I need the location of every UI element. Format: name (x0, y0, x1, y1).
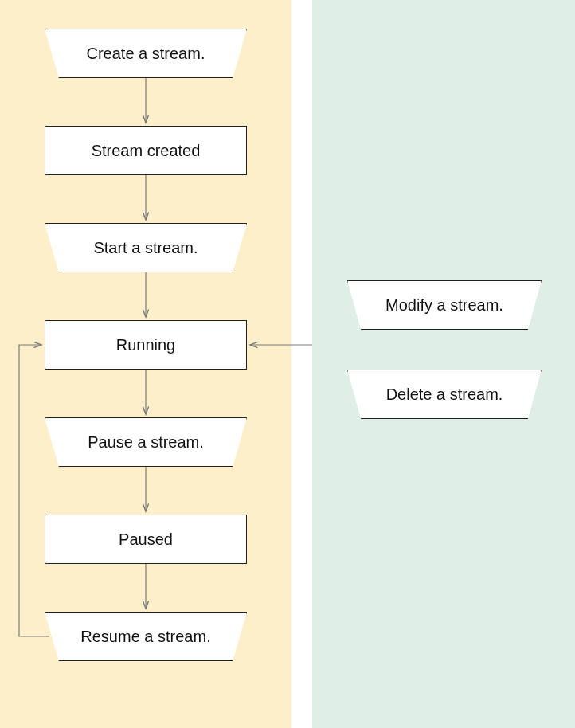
node-label: Modify a stream. (385, 296, 503, 315)
node-label: Create a stream. (87, 44, 205, 64)
node-running: Running (45, 320, 247, 370)
node-paused: Paused (45, 515, 247, 564)
node-label: Paused (119, 530, 173, 550)
node-resume-stream: Resume a stream. (45, 612, 247, 661)
node-label: Pause a stream. (88, 432, 204, 452)
node-create-stream: Create a stream. (45, 29, 247, 78)
right-column-bg (312, 0, 575, 728)
node-pause-stream: Pause a stream. (45, 417, 247, 467)
diagram-canvas: Create a stream. Stream created Start a … (0, 0, 575, 728)
node-stream-created: Stream created (45, 126, 247, 175)
node-start-stream: Start a stream. (45, 223, 247, 272)
node-delete-stream: Delete a stream. (347, 370, 542, 419)
node-label: Start a stream. (93, 238, 198, 258)
node-label: Running (116, 335, 176, 355)
node-label: Resume a stream. (80, 627, 210, 647)
node-modify-stream: Modify a stream. (347, 280, 542, 330)
node-label: Stream created (92, 141, 201, 161)
node-label: Delete a stream. (386, 385, 503, 405)
